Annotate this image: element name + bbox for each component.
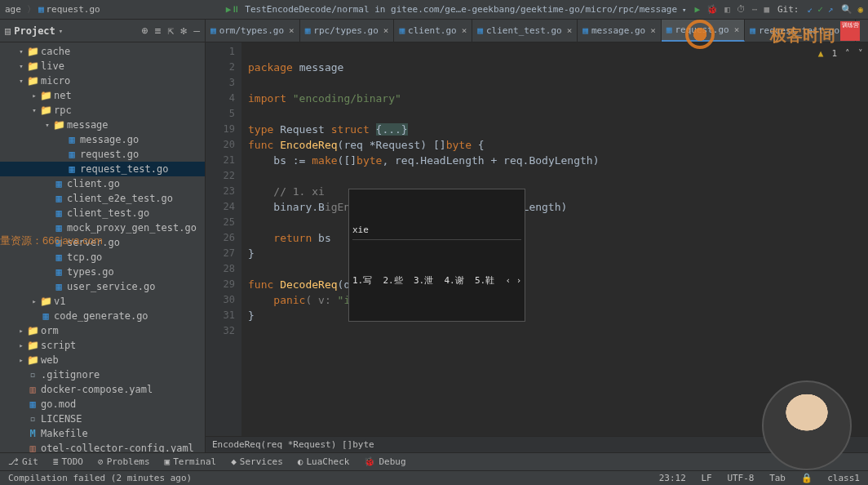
file-icon: ▫ (26, 413, 39, 425)
chevron-icon[interactable]: ▾ (29, 106, 39, 114)
tree-node-user-service-go[interactable]: ▦user_service.go (0, 279, 205, 294)
tree-node-live[interactable]: ▾📁live (0, 59, 205, 73)
close-icon[interactable]: × (462, 25, 467, 36)
ime-candidate-popup[interactable]: xie 1.写 2.些 3.泄 4.谢 5.鞋 ‹ › (348, 189, 525, 322)
settings-icon[interactable]: ◉ (857, 4, 863, 15)
tab-luacheck[interactable]: ◐LuaCheck (298, 456, 350, 467)
tree-node-message[interactable]: ▾📁message (0, 118, 205, 132)
tree-node-tcp-go[interactable]: ▦tcp.go (0, 250, 205, 265)
breadcrumb-file[interactable]: request.go (46, 4, 100, 15)
tab-git[interactable]: ⎇Git (8, 456, 38, 467)
chevron-icon[interactable]: ▸ (16, 327, 26, 335)
tree-node-web[interactable]: ▸📁web (0, 353, 205, 367)
chevron-up-icon[interactable]: ˄ (845, 46, 850, 61)
folder-icon: 📁 (26, 325, 39, 336)
top-navigation-bar: age 〉 ▦ request.go ▶⏸ TestEncodeDecode/n… (0, 0, 868, 20)
editor-tab-client-test-go[interactable]: ▦client_test.go× (472, 20, 578, 42)
run-toolbar: ▶ 🐞 ◧ ⏱ ⋯ ■ (695, 4, 770, 15)
vcs-commit-icon[interactable]: ✓ (817, 4, 823, 15)
file-encoding[interactable]: UTF-8 (727, 473, 754, 483)
chevron-down-icon[interactable]: ▾ (59, 27, 63, 35)
tab-services[interactable]: ◆Services (231, 456, 283, 467)
tab-terminal[interactable]: ▣Terminal (165, 456, 217, 467)
chevron-icon[interactable]: ▾ (42, 121, 52, 129)
tab-todo[interactable]: ≣TODO (53, 456, 83, 467)
more-run-icon[interactable]: ⋯ (752, 4, 758, 15)
tab-debug[interactable]: 🐞Debug (364, 456, 405, 467)
vcs-update-icon[interactable]: ↙ (808, 4, 813, 15)
editor-tab-rpc-types-go[interactable]: ▦rpc/types.go× (300, 20, 395, 42)
tree-node-v1[interactable]: ▸📁v1 (0, 294, 205, 309)
tree-node-client-e2e-test-go[interactable]: ▦client_e2e_test.go (0, 191, 205, 206)
hide-icon[interactable]: — (193, 24, 200, 37)
close-icon[interactable]: × (289, 25, 294, 36)
expand-all-icon[interactable]: ≡ (155, 24, 162, 37)
git-branch-icon: ⎇ (8, 456, 19, 467)
close-icon[interactable]: × (650, 25, 656, 36)
tree-node-rpc[interactable]: ▾📁rpc (0, 103, 205, 118)
chevron-icon[interactable]: ▸ (16, 341, 26, 349)
tree-node-client-go[interactable]: ▦client.go (0, 176, 205, 191)
tree-label: LICENSE (41, 413, 82, 425)
tree-node-docker-compose-yaml[interactable]: ▥docker-compose.yaml (0, 382, 205, 397)
context-label[interactable]: 🔒 class1 (801, 473, 860, 483)
tree-label: rpc (54, 105, 72, 116)
tab-problems[interactable]: ⊘Problems (98, 456, 150, 467)
tree-node-client-test-go[interactable]: ▦client_test.go (0, 206, 205, 220)
close-icon[interactable]: × (734, 24, 740, 35)
tree-node--gitignore[interactable]: ▫.gitignore (0, 367, 205, 382)
tree-label: mock_proxy_gen_test.go (67, 222, 197, 234)
tree-node-orm[interactable]: ▸📁orm (0, 323, 205, 338)
chevron-icon[interactable]: ▸ (16, 356, 26, 364)
line-number: 4 (206, 91, 235, 106)
tree-node-message-go[interactable]: ▦message.go (0, 132, 205, 147)
ime-candidates[interactable]: 1.写 2.些 3.泄 4.谢 5.鞋 ‹ › (352, 273, 521, 288)
tree-node-otel-collector-config-yaml[interactable]: ▥otel-collector-config.yaml (0, 441, 205, 452)
tree-node-script[interactable]: ▸📁script (0, 338, 205, 353)
tree-node-go-mod[interactable]: ▦go.mod (0, 397, 205, 412)
close-icon[interactable]: × (567, 25, 573, 36)
chevron-icon[interactable]: ▸ (29, 297, 39, 305)
terminal-icon: ▣ (165, 456, 170, 467)
stop-icon[interactable]: ■ (764, 4, 769, 15)
collapse-all-icon[interactable]: ⇱ (168, 24, 175, 37)
gear-icon[interactable]: ✻ (180, 24, 187, 37)
tree-node-cache[interactable]: ▾📁cache (0, 44, 205, 59)
project-title[interactable]: Project (14, 25, 55, 37)
tree-node-request-go[interactable]: ▦request.go (0, 147, 205, 162)
code-editor[interactable]: package message import "encoding/binary"… (241, 42, 868, 436)
git-branch-label[interactable]: Git: (777, 4, 799, 15)
chevron-icon[interactable]: ▸ (29, 91, 39, 100)
tree-node-code-generate-go[interactable]: ▦code_generate.go (0, 309, 205, 323)
tab-label: rpc/types.go (313, 25, 378, 36)
coverage-icon[interactable]: ◧ (724, 4, 730, 15)
tree-node-makefile[interactable]: MMakefile (0, 426, 205, 441)
go-icon: ▦ (26, 398, 39, 410)
caret-position[interactable]: 23:12 (659, 473, 686, 483)
editor-tab-orm-types-go[interactable]: ▦orm/types.go× (206, 20, 300, 42)
tree-node-request-test-go[interactable]: ▦request_test.go (0, 162, 205, 176)
close-icon[interactable]: × (383, 25, 389, 36)
chevron-icon[interactable]: ▾ (16, 47, 26, 56)
line-number: 24 (206, 199, 235, 215)
editor-tab-client-go[interactable]: ▦client.go× (394, 20, 472, 42)
debug-icon[interactable]: 🐞 (706, 4, 718, 15)
profile-icon[interactable]: ⏱ (737, 4, 746, 15)
editor-tab-message-go[interactable]: ▦message.go× (578, 20, 661, 42)
tree-node-net[interactable]: ▸📁net (0, 88, 205, 103)
tree-node-license[interactable]: ▫LICENSE (0, 412, 205, 426)
line-separator[interactable]: LF (702, 473, 712, 483)
breadcrumb-segment[interactable]: age (5, 4, 21, 15)
search-icon[interactable]: 🔍 (841, 4, 852, 15)
inspection-widget[interactable]: ▲ 1 ˄ ˅ (818, 46, 863, 61)
run-icon[interactable]: ▶ (695, 4, 701, 15)
indent-setting[interactable]: Tab (769, 473, 786, 483)
tree-node-types-go[interactable]: ▦types.go (0, 265, 205, 279)
run-configuration[interactable]: ▶⏸ TestEncodeDecode/normal in gitee.com/… (226, 4, 687, 15)
vcs-push-icon[interactable]: ↗ (828, 4, 834, 15)
chevron-icon[interactable]: ▾ (16, 77, 26, 85)
chevron-icon[interactable]: ▾ (16, 62, 26, 70)
tree-node-micro[interactable]: ▾📁micro (0, 73, 205, 88)
select-opened-file-icon[interactable]: ⊕ (142, 24, 148, 37)
chevron-down-icon[interactable]: ˅ (858, 46, 863, 61)
